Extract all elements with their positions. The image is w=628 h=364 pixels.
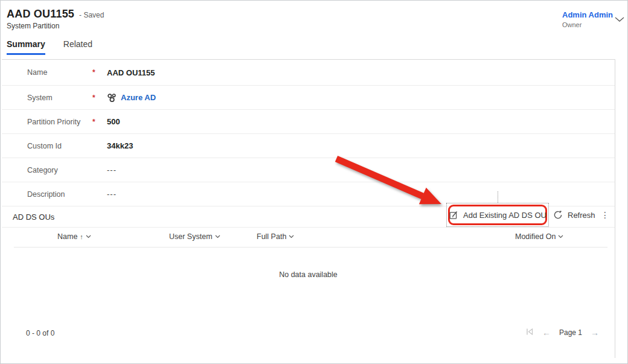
save-status: - Saved: [79, 11, 104, 19]
field-value-description[interactable]: ---: [107, 190, 117, 199]
column-header-full-path[interactable]: Full Path: [257, 232, 294, 241]
column-label: Modified On: [515, 232, 556, 241]
field-label: Name: [27, 68, 92, 77]
add-existing-label: Add Existing AD DS OU: [463, 211, 546, 220]
app-window: AAD OU1155 - Saved System Partition Admi…: [0, 0, 628, 364]
field-row-partition-priority: Partition Priority * 500: [2, 110, 615, 134]
record-type-label: System Partition: [7, 22, 59, 30]
field-value-partition-priority[interactable]: 500: [107, 117, 120, 126]
lookup-link[interactable]: Azure AD: [121, 93, 156, 102]
tab-bar: Summary Related: [7, 39, 92, 55]
chevron-down-icon: [289, 235, 294, 238]
field-label: Partition Priority: [27, 118, 92, 126]
required-indicator: *: [92, 118, 107, 126]
page-title: AAD OU1155: [7, 8, 74, 21]
field-value-name[interactable]: AAD OU1155: [107, 68, 155, 77]
owner-role-label: Owner: [562, 21, 613, 28]
field-label: Custom Id: [27, 142, 92, 150]
tab-related[interactable]: Related: [63, 39, 92, 55]
add-existing-button[interactable]: Add Existing AD DS OU: [449, 210, 546, 220]
field-value-custom-id[interactable]: 34kk23: [107, 141, 133, 150]
tab-summary[interactable]: Summary: [7, 39, 45, 55]
pager: ← Page 1 →: [526, 327, 599, 338]
field-value-category[interactable]: ---: [107, 165, 117, 174]
jump-to-first-icon: [526, 328, 534, 336]
column-label: User System: [169, 232, 213, 241]
record-range-label: 0 - 0 of 0: [26, 329, 54, 337]
field-label: Category: [27, 166, 92, 174]
column-header-modified-on[interactable]: Modified On: [515, 232, 563, 241]
chevron-down-icon: [558, 235, 563, 238]
add-existing-edit-icon: [449, 210, 458, 220]
column-label: Name: [57, 232, 77, 241]
subgrid-title: AD DS OUs: [2, 212, 54, 222]
sort-ascending-icon: ↑: [80, 233, 83, 240]
more-commands-button[interactable]: ⋮: [600, 207, 610, 223]
empty-grid-message: No data available: [2, 270, 615, 279]
field-row-custom-id: Custom Id 34kk23: [2, 134, 615, 158]
field-label: Description: [27, 190, 92, 199]
next-page-button[interactable]: →: [591, 327, 599, 338]
arrow-left-icon: ←: [542, 328, 551, 337]
owner-link[interactable]: Admin Admin: [562, 10, 613, 19]
field-value-system[interactable]: Azure AD: [107, 93, 156, 103]
column-header-user-system[interactable]: User System: [169, 232, 220, 241]
field-row-system: System * Azure AD: [2, 86, 615, 110]
azure-ad-icon: [107, 93, 117, 103]
grid-header-divider: [14, 247, 607, 247]
field-row-name: Name * AAD OU1155: [2, 60, 615, 86]
owner-field: Admin Admin Owner: [562, 10, 613, 28]
record-header: AAD OU1155 - Saved: [7, 8, 104, 21]
column-header-name[interactable]: Name ↑: [57, 232, 91, 241]
vertical-ellipsis-icon: ⋮: [601, 210, 609, 220]
field-label: System: [27, 94, 92, 102]
previous-page-button[interactable]: ←: [542, 327, 551, 338]
refresh-button[interactable]: Refresh: [553, 208, 595, 222]
add-existing-highlight-box: Add Existing AD DS OU: [448, 205, 547, 225]
chevron-down-icon[interactable]: [614, 14, 625, 25]
required-indicator: *: [92, 68, 107, 77]
required-indicator: *: [92, 94, 107, 102]
column-label: Full Path: [257, 232, 286, 241]
field-row-category: Category ---: [2, 158, 615, 182]
grid-header-row: Name ↑ User System Full Path Modified On: [2, 228, 615, 247]
refresh-icon: [553, 210, 563, 220]
refresh-label: Refresh: [568, 211, 595, 220]
chevron-down-icon: [215, 235, 220, 238]
arrow-right-icon: →: [591, 328, 599, 337]
chevron-down-icon: [86, 235, 91, 238]
first-page-button[interactable]: [526, 327, 534, 338]
form-card: Name * AAD OU1155 System * Azure AD Part…: [2, 59, 615, 358]
page-number-label: Page 1: [559, 328, 582, 337]
